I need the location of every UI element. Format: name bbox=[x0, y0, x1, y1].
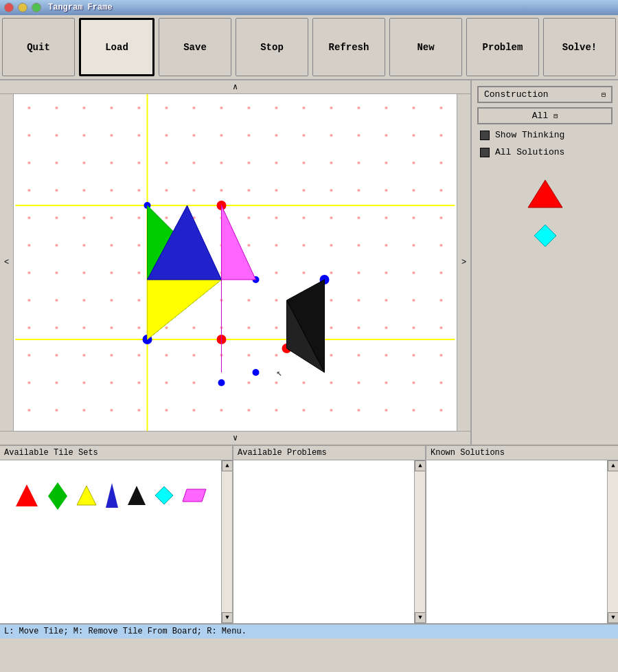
all-dropdown-icon: ⊟ bbox=[553, 112, 558, 120]
tile-magenta-shape[interactable] bbox=[181, 488, 207, 503]
svg-point-12 bbox=[282, 344, 292, 353]
known-solutions-header: Known Solutions bbox=[426, 446, 618, 460]
problems-scroll-down[interactable]: ▼ bbox=[415, 612, 425, 623]
quit-button[interactable]: Quit bbox=[2, 18, 75, 76]
statusbar: L: Move Tile; M: Remove Tile From Board;… bbox=[0, 623, 618, 638]
known-solutions-panel: Known Solutions ▲ ▼ bbox=[426, 446, 618, 623]
svg-point-9 bbox=[218, 379, 225, 386]
svg-point-10 bbox=[253, 276, 260, 283]
tile-black-triangle[interactable] bbox=[126, 484, 147, 506]
svg-point-7 bbox=[217, 335, 227, 344]
tile-sets-label: Available Tile Sets bbox=[4, 448, 98, 458]
bottom-area: Available Tile Sets bbox=[0, 445, 618, 623]
solutions-scroll-track[interactable] bbox=[608, 471, 618, 612]
show-thinking-label: Show Thinking bbox=[495, 130, 564, 140]
svg-marker-16 bbox=[148, 205, 222, 280]
all-solutions-row: All Solutions bbox=[477, 146, 613, 159]
construction-label: Construction bbox=[484, 89, 549, 100]
toolbar: Quit Load Save Stop Refresh New Problem … bbox=[0, 15, 618, 80]
new-button[interactable]: New bbox=[389, 18, 462, 76]
cyan-diamond-display bbox=[477, 222, 613, 249]
problems-scroll-track[interactable] bbox=[415, 471, 425, 612]
tile-blue-triangle[interactable] bbox=[104, 482, 119, 509]
canvas-container: ∧ < bbox=[0, 80, 470, 445]
svg-point-6 bbox=[143, 335, 152, 344]
problems-scroll-up[interactable]: ▲ bbox=[415, 460, 425, 471]
show-thinking-checkbox[interactable] bbox=[480, 131, 490, 140]
solutions-scroll-down[interactable]: ▼ bbox=[608, 612, 618, 623]
svg-point-8 bbox=[217, 201, 227, 210]
right-panel: Construction ⊟ All ⊟ Show Thinking All S… bbox=[470, 80, 618, 445]
svg-point-11 bbox=[253, 369, 260, 376]
canvas-row: < bbox=[0, 94, 470, 431]
tile-sets-scroll-up[interactable]: ▲ bbox=[222, 460, 232, 471]
tile-green-shape[interactable] bbox=[47, 481, 69, 510]
stop-button[interactable]: Stop bbox=[236, 18, 308, 76]
construction-button[interactable]: Construction ⊟ bbox=[477, 86, 613, 103]
solutions-scroll-up[interactable]: ▲ bbox=[608, 460, 618, 471]
available-problems-panel: Available Problems ▲ ▼ bbox=[233, 446, 426, 623]
known-solutions-content bbox=[426, 460, 607, 623]
problems-scrollbar: ▲ ▼ bbox=[414, 460, 425, 623]
tile-cyan-diamond[interactable] bbox=[154, 485, 174, 506]
svg-marker-24 bbox=[48, 482, 67, 510]
close-button[interactable] bbox=[4, 3, 14, 12]
tile-sets-scrollbar: ▲ ▼ bbox=[221, 460, 232, 623]
all-solutions-label: All Solutions bbox=[495, 147, 564, 157]
scroll-left-button[interactable]: < bbox=[0, 94, 14, 431]
solutions-scrollbar: ▲ ▼ bbox=[607, 460, 618, 623]
tile-red-triangle[interactable] bbox=[14, 482, 40, 508]
maximize-button[interactable] bbox=[32, 3, 41, 12]
scroll-up-button[interactable]: ∧ bbox=[0, 80, 470, 94]
titlebar: Tangram Frame bbox=[0, 0, 618, 15]
construction-icon: ⊟ bbox=[602, 91, 606, 99]
status-text: L: Move Tile; M: Remove Tile From Board;… bbox=[4, 627, 247, 636]
available-problems-label: Available Problems bbox=[238, 448, 327, 458]
svg-marker-29 bbox=[183, 489, 206, 502]
refresh-button[interactable]: Refresh bbox=[312, 18, 385, 76]
red-triangle-display bbox=[477, 177, 613, 211]
tile-sets-scroll-down[interactable]: ▼ bbox=[222, 612, 232, 623]
all-button[interactable]: All ⊟ bbox=[477, 107, 613, 124]
svg-marker-27 bbox=[128, 486, 146, 505]
save-button[interactable]: Save bbox=[159, 18, 231, 76]
solve-button[interactable]: Solve! bbox=[543, 18, 616, 76]
scroll-right-button[interactable]: > bbox=[457, 94, 470, 431]
minimize-button[interactable] bbox=[18, 3, 27, 12]
svg-text:↖: ↖ bbox=[277, 368, 282, 379]
tile-yellow-triangle[interactable] bbox=[76, 484, 98, 506]
svg-marker-17 bbox=[222, 205, 256, 372]
scroll-down-button[interactable]: ∨ bbox=[0, 431, 470, 445]
window-title: Tangram Frame bbox=[48, 3, 113, 12]
tile-set-shapes bbox=[7, 467, 214, 524]
available-problems-header: Available Problems bbox=[233, 446, 425, 460]
all-label: All bbox=[532, 111, 548, 121]
problem-button[interactable]: Problem bbox=[466, 18, 539, 76]
tile-sets-header: Available Tile Sets bbox=[0, 446, 232, 460]
svg-marker-14 bbox=[148, 205, 222, 339]
tile-sets-content bbox=[0, 460, 221, 623]
svg-marker-22 bbox=[534, 225, 556, 247]
svg-marker-19 bbox=[287, 300, 325, 372]
svg-marker-15 bbox=[148, 280, 222, 339]
load-button[interactable]: Load bbox=[79, 18, 154, 76]
svg-point-13 bbox=[320, 275, 330, 284]
tile-sets-scroll-track[interactable] bbox=[222, 471, 232, 612]
svg-marker-28 bbox=[155, 486, 173, 504]
known-solutions-label: Known Solutions bbox=[431, 448, 505, 458]
svg-marker-23 bbox=[16, 484, 38, 506]
available-problems-content bbox=[233, 460, 414, 623]
svg-marker-25 bbox=[77, 486, 96, 505]
tile-sets-panel: Available Tile Sets bbox=[0, 446, 233, 623]
svg-marker-21 bbox=[528, 180, 562, 208]
svg-rect-1 bbox=[16, 94, 455, 431]
drawing-canvas[interactable]: ↖ bbox=[14, 94, 457, 431]
main-area: ∧ < bbox=[0, 80, 618, 445]
svg-marker-18 bbox=[287, 280, 325, 372]
all-solutions-checkbox[interactable] bbox=[480, 148, 490, 157]
show-thinking-row: Show Thinking bbox=[477, 128, 613, 142]
svg-point-5 bbox=[144, 202, 151, 209]
svg-marker-26 bbox=[106, 483, 118, 508]
